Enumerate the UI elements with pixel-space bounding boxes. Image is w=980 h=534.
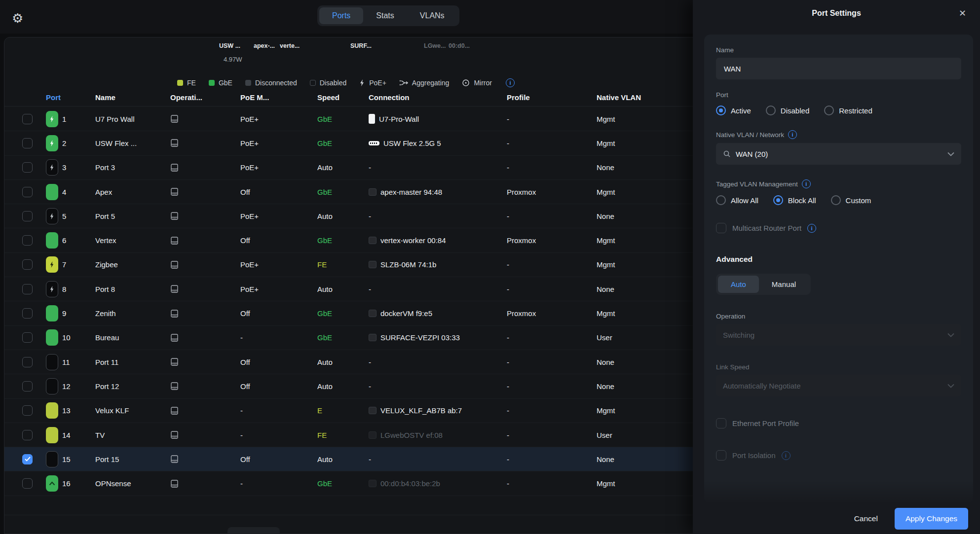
port-name: Port 8 [95,285,115,293]
poe-mode-value: - [240,431,243,439]
cancel-button[interactable]: Cancel [854,514,878,523]
connection-cell: LGwebOSTV ef:08 [369,431,507,439]
row-checkbox[interactable] [22,357,33,367]
row-checkbox[interactable] [22,332,33,343]
connection-cell: - [369,212,507,220]
apply-changes-button[interactable]: Apply Changes [895,508,968,530]
col-header-poe-mode[interactable]: PoE M... [240,93,317,102]
table-row[interactable]: 9 Zenith Off GbE dockerVM f9:e5 Proxmox … [4,301,700,325]
port-number: 8 [62,285,66,293]
port-badge [46,184,58,200]
row-checkbox[interactable] [22,235,33,246]
row-checkbox[interactable] [22,405,33,416]
row-checkbox[interactable] [22,381,33,392]
table-row[interactable]: 10 Bureau - GbE SURFACE-VEZPI 03:33 - Us… [4,326,700,350]
port-name: OPNsense [95,479,131,488]
name-input[interactable]: WAN [716,58,961,79]
table-row[interactable]: 3 Port 3 PoE+ Auto - - None [4,156,700,180]
multicast-router-port-checkbox[interactable]: Multicast Router Port i [716,223,961,233]
ports-table-card: USW ... apex-... verte... SURF... LGwe..… [4,37,701,534]
settings-gear-icon[interactable]: ⚙ [12,12,23,25]
connection-cell: U7-Pro-Wall [369,114,507,124]
speed-value: Auto [317,358,333,366]
native-vlan-select[interactable]: WAN (20) [716,143,961,165]
access-point-icon [369,114,375,124]
table-row[interactable]: 11 Port 11 Off Auto - - None [4,350,700,374]
tab-stats[interactable]: Stats [363,7,407,24]
row-checkbox[interactable] [22,138,33,148]
connected-device-label: LGwe... [424,42,446,49]
radio-block-all[interactable]: Block All [773,195,816,205]
col-header-speed[interactable]: Speed [317,93,369,102]
col-header-native-vlan[interactable]: Native VLAN [597,93,700,102]
connection-name: - [369,285,371,293]
row-checkbox[interactable] [22,284,33,294]
profile-value: - [507,212,509,220]
radio-custom[interactable]: Custom [831,195,871,205]
table-row[interactable]: 5 Port 5 PoE+ Auto - - None [4,204,700,228]
table-row[interactable]: 6 Vertex Off GbE vertex-worker 00:84 Pro… [4,228,700,252]
port-badge [46,281,58,297]
row-checkbox[interactable] [22,114,33,124]
row-checkbox[interactable] [22,454,33,464]
switch-device-icon [170,187,179,196]
table-row[interactable]: 8 Port 8 PoE+ Auto - - None [4,277,700,301]
port-badge [46,329,58,346]
port-name: Port 11 [95,358,118,366]
poe-mode-value: - [240,333,243,342]
speed-value: GbE [317,479,332,488]
row-checkbox[interactable] [22,478,33,489]
poe-mode-value: - [240,479,243,488]
port-isolation-info-icon[interactable]: i [782,451,791,460]
radio-allow-all[interactable]: Allow All [716,195,758,205]
port-state-radio-group: Active Disabled Restricted [716,106,961,115]
col-header-name[interactable]: Name [95,93,170,102]
pagination-control-partial[interactable] [227,527,280,534]
table-row[interactable]: 15 Port 15 Off Auto - - None [4,447,700,471]
close-icon[interactable]: ✕ [959,8,966,19]
table-row[interactable]: 13 Velux KLF - E VELUX_KLF_AB7B ab:7 - M… [4,399,700,423]
table-row[interactable]: 16 OPNsense - GbE 00:d0:b4:03:be:2b - Mg… [4,471,700,496]
native-vlan-value: Mgmt [597,479,615,488]
mode-manual-button[interactable]: Manual [759,276,809,293]
table-row[interactable]: 12 Port 12 Off Auto - - None [4,374,700,398]
row-checkbox[interactable] [22,430,33,440]
multicast-info-icon[interactable]: i [807,224,816,233]
port-settings-form: Name WAN Port Active Disabled Restricted… [704,35,973,504]
radio-disabled[interactable]: Disabled [766,106,809,115]
port-number: 11 [62,358,70,366]
row-checkbox[interactable] [22,211,33,221]
table-row[interactable]: 4 Apex Off GbE apex-master 94:48 Proxmox… [4,180,700,204]
col-header-operation[interactable]: Operati... [170,93,240,102]
ethernet-port-profile-checkbox[interactable]: Ethernet Port Profile [716,418,961,428]
port-number: 3 [62,163,66,172]
link-speed-select: Automatically Negotiate [716,375,961,396]
tab-vlans[interactable]: VLANs [407,7,457,24]
col-header-connection[interactable]: Connection [369,93,507,102]
radio-active[interactable]: Active [716,106,751,115]
port-isolation-checkbox[interactable]: Port Isolation i [716,450,961,461]
table-row[interactable]: 2 USW Flex ... PoE+ GbE USW Flex 2.5G 5 … [4,131,700,155]
connection-cell: - [369,285,507,293]
native-vlan-value: Mgmt [597,115,615,123]
row-checkbox[interactable] [22,162,33,173]
col-header-profile[interactable]: Profile [507,93,597,102]
tagged-vlan-info-icon[interactable]: i [802,179,811,188]
row-checkbox[interactable] [22,259,33,270]
port-badge [46,305,58,321]
row-checkbox[interactable] [22,187,33,197]
poe-bolt-icon [49,285,55,293]
client-device-icon [369,480,377,487]
mode-auto-button[interactable]: Auto [718,276,759,293]
tab-ports[interactable]: Ports [319,7,363,24]
client-device-icon [369,237,377,244]
connection-name: - [369,212,371,220]
table-row[interactable]: 1 U7 Pro Wall PoE+ GbE U7-Pro-Wall - Mgm… [4,107,700,131]
table-row[interactable]: 14 TV - FE LGwebOSTV ef:08 - User [4,423,700,447]
col-header-port[interactable]: Port [46,93,95,102]
row-checkbox[interactable] [22,308,33,319]
table-row[interactable]: 7 Zigbee PoE+ FE SLZB-06M 74:1b - Mgmt [4,253,700,277]
native-vlan-info-icon[interactable]: i [788,130,797,139]
radio-restricted[interactable]: Restricted [824,106,872,115]
operation-label: Operation [716,313,961,320]
